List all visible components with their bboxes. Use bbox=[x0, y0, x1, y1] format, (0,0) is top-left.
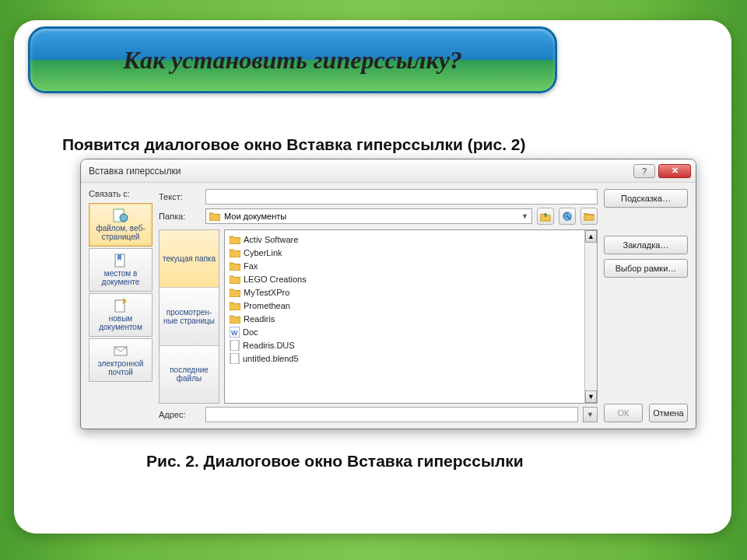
dropdown-arrow-icon: ▼ bbox=[521, 212, 528, 220]
folder-icon bbox=[230, 301, 240, 310]
svg-rect-11 bbox=[230, 353, 239, 364]
folder-dropdown[interactable]: Мои документы ▼ bbox=[205, 208, 532, 224]
hyperlink-dialog: Вставка гиперссылки ? ✕ Связать с: файло… bbox=[80, 159, 696, 429]
svg-text:W: W bbox=[231, 329, 238, 337]
folder-icon bbox=[230, 275, 240, 284]
display-text-input[interactable] bbox=[205, 189, 598, 205]
slide-title: Как установить гиперссылку? bbox=[123, 46, 462, 75]
view-tab-browsed-pages[interactable]: просмотрен-ные страницы bbox=[160, 288, 219, 345]
link-option-label: электронной почтой bbox=[91, 359, 150, 376]
link-option-label: файлом, веб-страницей bbox=[91, 224, 150, 241]
link-option-file-web[interactable]: файлом, веб-страницей bbox=[89, 203, 153, 247]
close-button[interactable]: ✕ bbox=[658, 164, 691, 178]
folder-value: Мои документы bbox=[224, 212, 286, 221]
browse-web-button[interactable] bbox=[559, 208, 576, 225]
link-option-label: местом в документе bbox=[91, 269, 150, 286]
folder-icon bbox=[230, 235, 240, 244]
dialog-main-panel: Текст: Папка: Мои документы ▼ bbox=[159, 189, 598, 422]
list-item[interactable]: WDoc bbox=[225, 325, 584, 338]
bookmark-doc-icon bbox=[113, 254, 128, 268]
list-item-label: Promethean bbox=[244, 301, 290, 310]
list-item-label: Fax bbox=[244, 261, 258, 271]
list-item-label: Readiris.DUS bbox=[243, 341, 295, 350]
list-item-label: Readiris bbox=[244, 314, 275, 324]
view-tab-current-folder[interactable]: текущая папка bbox=[160, 230, 219, 288]
view-tabs: текущая папка просмотрен-ные страницы по… bbox=[159, 229, 219, 404]
svg-point-1 bbox=[120, 214, 128, 222]
list-item[interactable]: Activ Software bbox=[225, 233, 584, 246]
list-item-label: Doc bbox=[243, 327, 258, 337]
browse-file-button[interactable] bbox=[580, 208, 598, 225]
address-input[interactable] bbox=[205, 407, 578, 422]
list-item-label: untitled.blend5 bbox=[243, 354, 299, 363]
list-item-label: CyberLink bbox=[244, 248, 282, 257]
scroll-down-icon[interactable]: ▼ bbox=[585, 390, 597, 403]
dialog-body: Связать с: файлом, веб-страницей местом … bbox=[81, 183, 696, 429]
slide-card: Как установить гиперссылку? Появится диа… bbox=[14, 20, 731, 534]
target-frame-button[interactable]: Выбор рамки… bbox=[604, 259, 688, 278]
svg-rect-3 bbox=[115, 300, 124, 312]
bookmark-button[interactable]: Закладка… bbox=[604, 236, 688, 254]
list-item-label: LEGO Creations bbox=[244, 275, 307, 284]
folder-icon bbox=[230, 248, 240, 257]
file-list-pane: Activ Software CyberLink Fax LEGO Creati… bbox=[224, 229, 598, 404]
list-item[interactable]: Readiris.DUS bbox=[225, 338, 584, 352]
envelope-icon bbox=[113, 344, 128, 358]
up-folder-button[interactable] bbox=[537, 208, 554, 225]
file-list[interactable]: Activ Software CyberLink Fax LEGO Creati… bbox=[225, 230, 584, 403]
figure-caption: Рис. 2. Диалоговое окно Вставка гиперссы… bbox=[146, 452, 524, 471]
link-with-label: Связать с: bbox=[89, 189, 153, 198]
list-item-label: MyTestXPro bbox=[244, 288, 289, 297]
text-label: Текст: bbox=[159, 192, 201, 201]
link-option-new-doc[interactable]: новым документом bbox=[89, 293, 153, 337]
list-item[interactable]: LEGO Creations bbox=[225, 272, 584, 285]
screentip-button[interactable]: Подсказка… bbox=[604, 189, 688, 208]
scrollbar[interactable]: ▲ ▼ bbox=[584, 230, 597, 403]
list-item[interactable]: Promethean bbox=[225, 299, 584, 312]
dialog-title: Вставка гиперссылки bbox=[89, 166, 181, 177]
list-item[interactable]: untitled.blend5 bbox=[225, 352, 584, 365]
list-item-label: Activ Software bbox=[244, 235, 298, 244]
scroll-up-icon[interactable]: ▲ bbox=[585, 230, 597, 243]
scroll-track[interactable] bbox=[585, 243, 597, 390]
ok-button[interactable]: ОК bbox=[604, 404, 643, 422]
link-option-email[interactable]: электронной почтой bbox=[89, 338, 153, 382]
file-icon bbox=[230, 340, 240, 351]
list-item[interactable]: Readiris bbox=[225, 312, 584, 325]
folder-icon bbox=[230, 261, 240, 271]
file-icon bbox=[230, 353, 240, 364]
link-option-place-in-doc[interactable]: местом в документе bbox=[89, 248, 153, 292]
address-dropdown-arrow[interactable]: ▼ bbox=[583, 407, 598, 422]
svg-rect-10 bbox=[230, 340, 239, 351]
link-option-label: новым документом bbox=[91, 314, 150, 331]
list-item[interactable]: MyTestXPro bbox=[225, 285, 584, 299]
dialog-right-panel: Подсказка… Закладка… Выбор рамки… ОК Отм… bbox=[604, 189, 688, 422]
address-label: Адрес: bbox=[159, 410, 201, 419]
dialog-titlebar: Вставка гиперссылки ? ✕ bbox=[81, 159, 696, 183]
folder-icon bbox=[209, 212, 220, 221]
slide-title-banner: Как установить гиперссылку? bbox=[28, 26, 557, 93]
view-tab-recent-files[interactable]: последние файлы bbox=[160, 346, 219, 403]
list-item[interactable]: CyberLink bbox=[225, 246, 584, 259]
slide-subtitle: Появится диалоговое окно Вставка гиперсс… bbox=[62, 135, 526, 154]
cancel-button[interactable]: Отмена bbox=[649, 404, 688, 422]
new-doc-icon bbox=[113, 299, 128, 313]
folder-icon bbox=[230, 288, 240, 297]
help-button[interactable]: ? bbox=[633, 164, 655, 178]
link-with-panel: Связать с: файлом, веб-страницей местом … bbox=[89, 189, 153, 422]
globe-page-icon bbox=[113, 208, 128, 222]
folder-label: Папка: bbox=[159, 212, 201, 221]
folder-icon bbox=[230, 314, 240, 324]
list-item[interactable]: Fax bbox=[225, 259, 584, 272]
word-doc-icon: W bbox=[230, 327, 240, 338]
